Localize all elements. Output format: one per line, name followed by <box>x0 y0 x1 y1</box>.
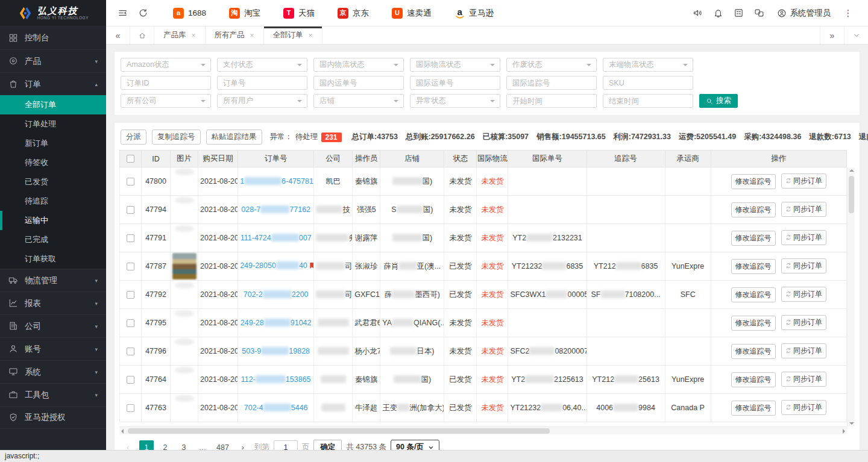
filter-select-intl-logistics-status[interactable]: 国际物流状态 <box>410 58 500 72</box>
order-no-link[interactable]: 503-919828 <box>238 337 314 366</box>
filter-input-order-no[interactable] <box>217 76 307 90</box>
filter-select-amazon-status[interactable]: Amazon状态 <box>121 58 211 72</box>
announcement-icon[interactable] <box>688 0 708 27</box>
edit-tracking-button[interactable]: 修改追踪号 <box>731 287 776 302</box>
copy-tracking-button[interactable]: 复制追踪号 <box>152 130 201 145</box>
sidebar-subitem-completed[interactable]: 已完成 <box>0 230 106 249</box>
filter-select-exception-status[interactable]: 异常状态 <box>410 94 500 108</box>
edit-tracking-button[interactable]: 修改追踪号 <box>731 401 776 416</box>
platform-tab-tmall[interactable]: T天猫 <box>272 0 326 27</box>
paste-tracking-result-button[interactable]: 粘贴追踪结果 <box>206 130 262 145</box>
platform-tab-taobao[interactable]: 淘淘宝 <box>218 0 272 27</box>
sidebar-subitem-all-orders[interactable]: 全部订单 <box>0 95 106 114</box>
order-no-link[interactable]: 249-2805040 <box>238 252 314 281</box>
sync-order-button[interactable]: 同步订单 <box>781 372 826 387</box>
edit-tracking-button[interactable]: 修改追踪号 <box>731 316 776 331</box>
sidebar-subitem-pending-tracking[interactable]: 待追踪 <box>0 192 106 211</box>
edit-tracking-button[interactable]: 修改追踪号 <box>731 231 776 246</box>
vertical-scrollbar[interactable] <box>847 167 855 426</box>
edit-tracking-button[interactable]: 修改追踪号 <box>731 372 776 387</box>
sidebar-item-amazon-auth[interactable]: 亚马逊授权 <box>0 406 106 429</box>
sidebar-item-company[interactable]: 公司 ▾ <box>0 314 106 337</box>
order-no-link[interactable]: 111-4724007 <box>238 224 314 252</box>
row-checkbox[interactable] <box>127 206 134 214</box>
sidebar-item-logistics[interactable]: 物流管理 ▾ <box>0 269 106 292</box>
filter-select-last-mile-status[interactable]: 末端物流状态 <box>603 58 693 72</box>
sidebar-item-dashboard[interactable]: 控制台 <box>0 27 106 49</box>
user-menu[interactable]: 系统管理员 <box>770 8 838 19</box>
close-tab-icon[interactable]: × <box>250 31 254 40</box>
horizontal-scrollbar[interactable] <box>119 426 847 434</box>
tab-all-orders[interactable]: 全部订单 × <box>264 27 322 44</box>
switch-account-icon[interactable] <box>749 0 770 27</box>
row-checkbox[interactable] <box>127 291 134 299</box>
tabs-scroll-left-icon[interactable]: « <box>106 27 130 44</box>
sync-order-button[interactable]: 同步订单 <box>781 287 826 302</box>
filter-input-end-time[interactable] <box>603 94 693 108</box>
filter-input-domestic-waybill-no[interactable] <box>313 76 404 90</box>
platform-tab-1688[interactable]: a1688 <box>162 0 218 27</box>
sync-order-button[interactable]: 同步订单 <box>781 202 826 217</box>
row-checkbox[interactable] <box>127 263 134 270</box>
filter-select-all-users[interactable]: 所有用户 <box>217 94 307 108</box>
order-no-link[interactable]: 16-4757810 <box>238 167 314 196</box>
filter-input-intl-waybill-no[interactable] <box>410 76 500 90</box>
sidebar-subitem-order-processing[interactable]: 订单处理 <box>0 114 106 134</box>
edit-tracking-button[interactable]: 修改追踪号 <box>731 202 776 217</box>
sync-order-button[interactable]: 同步订单 <box>781 343 826 358</box>
sidebar-subitem-shipped[interactable]: 已发货 <box>0 172 106 192</box>
more-menu-icon[interactable]: ⋮ <box>838 0 858 27</box>
assign-button[interactable]: 分派 <box>121 130 146 145</box>
sidebar-subitem-pending-receipt[interactable]: 待签收 <box>0 153 106 172</box>
scroll-down-icon[interactable] <box>849 422 854 425</box>
filter-select-pay-status[interactable]: 支付状态 <box>217 58 307 72</box>
row-checkbox[interactable] <box>127 376 134 384</box>
close-tab-icon[interactable]: × <box>192 31 196 40</box>
sync-order-button[interactable]: 同步订单 <box>781 400 826 415</box>
platform-tab-amazon[interactable]: a亚马逊 <box>443 0 506 27</box>
row-checkbox[interactable] <box>127 178 134 186</box>
home-tab-icon[interactable] <box>130 27 154 44</box>
sidebar-subitem-in-transit[interactable]: 运输中 <box>0 211 106 230</box>
tabs-menu-icon[interactable] <box>844 27 868 44</box>
sync-order-button[interactable]: 同步订单 <box>781 258 826 273</box>
order-no-link[interactable]: 702-22200 <box>238 281 314 309</box>
sidebar-item-system[interactable]: 系统 ▾ <box>0 360 106 383</box>
sync-order-button[interactable]: 同步订单 <box>781 230 826 245</box>
apps-icon[interactable] <box>729 0 749 27</box>
close-tab-icon[interactable]: × <box>309 31 313 40</box>
filter-input-sku[interactable] <box>603 76 693 90</box>
refresh-icon[interactable] <box>133 0 153 27</box>
pending-count-badge[interactable]: 231 <box>321 133 342 142</box>
sidebar-item-account[interactable]: 账号 ▾ <box>0 337 106 360</box>
platform-tab-jd[interactable]: 京京东 <box>326 0 380 27</box>
filter-select-domestic-logistics-status[interactable]: 国内物流状态 <box>313 58 404 72</box>
edit-tracking-button[interactable]: 修改追踪号 <box>731 259 776 274</box>
platform-tab-aliexpress[interactable]: U速卖通 <box>380 0 443 27</box>
filter-input-intl-tracking-no[interactable] <box>506 76 597 90</box>
scroll-left-icon[interactable] <box>121 429 124 434</box>
search-button[interactable]: 搜索 <box>699 94 738 108</box>
sidebar-subitem-new-orders[interactable]: 新订单 <box>0 134 106 153</box>
tab-all-products[interactable]: 所有产品 × <box>206 27 264 44</box>
product-thumbnail[interactable] <box>172 253 197 279</box>
tabs-scroll-right-icon[interactable]: » <box>820 27 844 44</box>
row-checkbox[interactable] <box>127 234 134 242</box>
scroll-up-icon[interactable] <box>849 169 854 172</box>
order-no-link[interactable]: 028-777162 <box>238 196 314 224</box>
filter-select-all-companies[interactable]: 所有公司 <box>121 94 211 108</box>
vertical-scroll-thumb[interactable] <box>849 176 854 213</box>
collapse-sidebar-icon[interactable] <box>112 0 133 27</box>
row-checkbox[interactable] <box>127 404 134 412</box>
filter-select-shop[interactable]: 店铺 <box>313 94 404 108</box>
sync-order-button[interactable]: 同步订单 <box>781 173 826 189</box>
sidebar-item-product[interactable]: 产品 ▾ <box>0 49 106 72</box>
scroll-right-icon[interactable] <box>843 429 845 434</box>
sidebar-item-toolkit[interactable]: 工具包 ▾ <box>0 383 106 406</box>
order-no-link[interactable]: 702-45446 <box>238 394 314 422</box>
notifications-icon[interactable] <box>708 0 729 27</box>
filter-select-void-status[interactable]: 作废状态 <box>506 58 597 72</box>
edit-tracking-button[interactable]: 修改追踪号 <box>731 174 776 189</box>
filter-input-start-time[interactable] <box>506 94 597 108</box>
select-all-checkbox[interactable] <box>127 155 134 163</box>
